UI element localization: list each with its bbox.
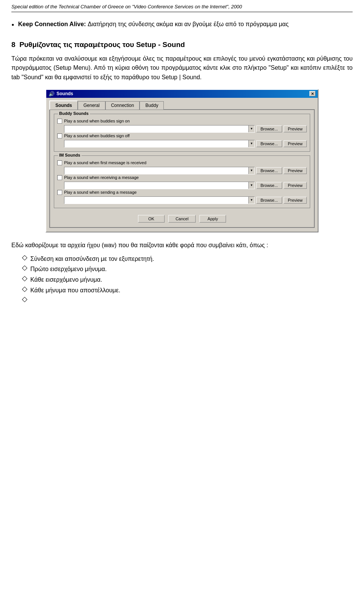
buddy-sound-1-file-input[interactable]: ▼: [64, 125, 255, 133]
buddy-sounds-label: Buddy Sounds: [58, 111, 90, 116]
im-sound-1-dropdown-arrow[interactable]: ▼: [248, 167, 254, 174]
dialog-footer: OK Cancel Apply: [54, 212, 310, 224]
buddy-sound-2-dropdown-arrow[interactable]: ▼: [248, 140, 254, 147]
im-sound-1-browse-button[interactable]: Browse...: [256, 167, 282, 174]
tab-content: Buddy Sounds Play a sound when buddies s…: [49, 109, 315, 228]
im-sound-1-preview-button[interactable]: Preview: [284, 167, 307, 174]
im-sound-2-browse-button[interactable]: Browse...: [256, 182, 282, 189]
tab-row: Sounds General Connection Buddy: [49, 100, 315, 109]
list-item-3: Κάθε εισερχόμενο μήνυμα.: [23, 275, 353, 285]
ok-button[interactable]: OK: [138, 215, 165, 223]
im-sound-2-file-input[interactable]: ▼: [64, 182, 255, 189]
list-item-2: Πρώτο εισερχόμενο μήνυμα.: [23, 264, 353, 274]
section-paragraph: Τώρα πρόκειται να αναλύσουμε και εξηγήσο…: [11, 54, 353, 82]
diamond-icon-3: [22, 276, 27, 281]
buddy-sound-2-file-input[interactable]: ▼: [64, 140, 255, 147]
buddy-sound-2-browse-button[interactable]: Browse...: [256, 140, 282, 147]
list-item-2-text: Πρώτο εισερχόμενο μήνυμα.: [30, 264, 107, 274]
im-sound-3-label: Play a sound when sending a message: [64, 190, 307, 195]
buddy-sound-row-2: Play a sound when buddies sign off: [57, 133, 307, 138]
im-sound-2-preview-button[interactable]: Preview: [284, 182, 307, 189]
im-sound-row-2: Play a sound when receiving a message: [57, 175, 307, 180]
list-item-4: Κάθε μήνυμα που αποστέλλουμε.: [23, 286, 353, 295]
im-sound-1-file-row: ▼ Browse... Preview: [64, 167, 307, 174]
buddy-sound-2-file-row: ▼ Browse... Preview: [64, 140, 307, 147]
im-sound-3-file-input[interactable]: ▼: [64, 196, 255, 204]
buddy-sound-1-file-row: ▼ Browse... Preview: [64, 125, 307, 133]
dialog-title-icon: 🔊: [49, 91, 55, 97]
section-title: 8 Ρυθμίζοντας τις παραμέτρους του Setup …: [11, 41, 353, 49]
diamond-icon-2: [22, 265, 27, 271]
dialog-wrapper: 🔊 Sounds ✕ Sounds General Connection Bud…: [11, 89, 353, 232]
dialog-titlebar: 🔊 Sounds ✕: [46, 90, 318, 98]
im-sound-3-browse-button[interactable]: Browse...: [256, 197, 282, 204]
im-sound-2-checkbox[interactable]: [57, 175, 62, 180]
cancel-button[interactable]: Cancel: [168, 215, 196, 223]
im-sounds-group: IM Sounds Play a sound when first messag…: [54, 155, 310, 208]
im-sound-2-label: Play a sound when receiving a message: [64, 175, 307, 180]
dialog-body: Sounds General Connection Buddy Buddy So…: [46, 98, 318, 232]
buddy-sound-1-checkbox[interactable]: [57, 119, 62, 124]
list-item-1-text: Σύνδεση και αποσύνδεση με τον εξυπερετητ…: [30, 254, 154, 264]
buddy-sound-row-1: Play a sound when buddies sign on: [57, 119, 307, 124]
bottom-section: Εδώ καθορίζουμε τα αρχεία ήχου (wav) που…: [11, 241, 353, 301]
buddy-sounds-group: Buddy Sounds Play a sound when buddies s…: [54, 114, 310, 152]
dialog-close-button[interactable]: ✕: [309, 91, 315, 96]
list-item-1: Σύνδεση και αποσύνδεση με τον εξυπερετητ…: [23, 254, 353, 264]
im-sound-3-file-row: ▼ Browse... Preview: [64, 196, 307, 204]
diamond-icon-4: [22, 286, 27, 292]
apply-button[interactable]: Apply: [199, 215, 226, 223]
buddy-sound-1-dropdown-arrow[interactable]: ▼: [248, 126, 254, 132]
keep-connection-bold: Keep Connection Alive:: [18, 21, 86, 27]
tab-sounds[interactable]: Sounds: [49, 100, 78, 110]
list-item-3-text: Κάθε εισερχόμενο μήνυμα.: [30, 275, 102, 285]
page-header: Special edition of the Technical Chamber…: [11, 4, 353, 12]
buddy-sound-1-label: Play a sound when buddies sign on: [64, 119, 307, 123]
im-sound-2-dropdown-arrow[interactable]: ▼: [248, 182, 254, 189]
buddy-sound-1-preview-button[interactable]: Preview: [284, 126, 307, 132]
im-sounds-label: IM Sounds: [58, 153, 82, 157]
buddy-sound-2-preview-button[interactable]: Preview: [284, 140, 307, 147]
dialog-title-left: 🔊 Sounds: [49, 91, 73, 97]
im-sound-2-file-row: ▼ Browse... Preview: [64, 182, 307, 189]
im-sound-1-file-input[interactable]: ▼: [64, 167, 255, 174]
bottom-list: Σύνδεση και αποσύνδεση με τον εξυπερετητ…: [11, 254, 353, 301]
keep-connection-detail: Διατήρηση της σύνδεσης ακόμα και αν βγού…: [86, 21, 289, 27]
im-sound-3-checkbox[interactable]: [57, 190, 62, 195]
keep-connection-item: • Keep Connection Alive: Διατήρηση της σ…: [11, 20, 353, 31]
im-sound-row-1: Play a sound when first message is recei…: [57, 160, 307, 165]
bottom-paragraph: Εδώ καθορίζουμε τα αρχεία ήχου (wav) που…: [11, 241, 353, 250]
im-sound-3-preview-button[interactable]: Preview: [284, 197, 307, 204]
diamond-icon-5: [22, 297, 27, 302]
im-sound-row-3: Play a sound when sending a message: [57, 190, 307, 195]
tab-connection[interactable]: Connection: [105, 101, 140, 110]
buddy-sound-2-checkbox[interactable]: [57, 133, 62, 138]
tab-general[interactable]: General: [78, 101, 105, 110]
buddy-sound-1-browse-button[interactable]: Browse...: [256, 126, 282, 132]
diamond-icon-1: [22, 255, 27, 260]
dialog-title-text: Sounds: [56, 91, 73, 96]
bullet-icon: •: [11, 20, 14, 31]
list-item-4-text: Κάθε μήνυμα που αποστέλλουμε.: [30, 286, 120, 295]
tab-buddy[interactable]: Buddy: [140, 101, 164, 110]
buddy-sound-2-label: Play a sound when buddies sign off: [64, 133, 307, 138]
im-sound-3-dropdown-arrow[interactable]: ▼: [248, 197, 254, 204]
list-item-5: [23, 296, 353, 301]
im-sound-1-checkbox[interactable]: [57, 160, 62, 165]
keep-connection-text: Keep Connection Alive: Διατήρηση της σύν…: [18, 20, 289, 29]
sounds-dialog: 🔊 Sounds ✕ Sounds General Connection Bud…: [46, 89, 318, 232]
im-sound-1-label: Play a sound when first message is recei…: [64, 160, 307, 165]
